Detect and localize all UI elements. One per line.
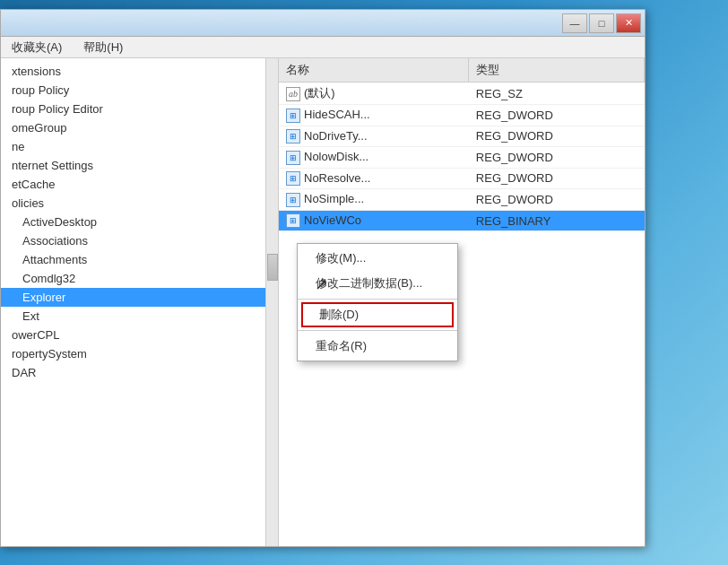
tree-item-dar[interactable]: DAR <box>1 363 265 382</box>
dword-icon: ⊞ <box>286 129 300 143</box>
tree-item-ne[interactable]: ne <box>1 137 265 156</box>
reg-name-cell: ab(默认) <box>279 83 469 105</box>
tree-item-propertysystem[interactable]: ropertySystem <box>1 344 265 363</box>
menu-bar: 收藏夹(A) 帮助(H) <box>1 37 645 58</box>
close-button[interactable]: ✕ <box>616 13 641 33</box>
ab-icon: ab <box>286 87 300 101</box>
tree-item-internet-settings[interactable]: nternet Settings <box>1 156 265 175</box>
table-row[interactable]: ⊞NolowDisk...REG_DWORD <box>279 147 645 169</box>
reg-name-cell: ⊞NolowDisk... <box>279 147 469 169</box>
table-row[interactable]: ⊞NoVieWCoREG_BINARY <box>279 210 645 231</box>
reg-name-text: NoVieWCo <box>304 213 361 227</box>
dword-icon: ⊞ <box>286 151 300 165</box>
context-menu-item-modify[interactable]: 修改(M)... <box>298 246 457 271</box>
tree-item-ext[interactable]: Ext <box>1 307 265 326</box>
reg-name-text: NolowDisk... <box>304 150 368 163</box>
tree-view: xtensions roup Policy roup Policy Editor… <box>1 58 278 546</box>
reg-type-cell: REG_DWORD <box>469 189 645 211</box>
left-scrollbar[interactable] <box>265 58 278 546</box>
tree-item-extensions[interactable]: xtensions <box>1 62 265 81</box>
reg-name-cell: ⊞NoVieWCo <box>279 210 469 231</box>
left-panel: xtensions roup Policy roup Policy Editor… <box>1 58 279 546</box>
tree-item-comdlg32[interactable]: Comdlg32 <box>1 269 265 288</box>
reg-name-text: NoResolve... <box>304 171 370 185</box>
table-row[interactable]: ⊞NoResolve...REG_DWORD <box>279 168 645 189</box>
tree-item-group-policy-editor[interactable]: roup Policy Editor <box>1 100 265 118</box>
table-row[interactable]: ⊞NoSimple...REG_DWORD <box>279 189 645 211</box>
tree-item-policies[interactable]: olicies <box>1 194 265 213</box>
context-menu-item-rename[interactable]: 重命名(R) <box>298 334 457 359</box>
reg-type-cell: REG_DWORD <box>469 147 645 169</box>
reg-name-cell: ⊞NoSimple... <box>279 189 469 211</box>
context-menu: 修改(M)... 修改二进制数据(B)... 删除(D) 重命名(R) <box>297 243 458 361</box>
reg-type-cell: REG_SZ <box>469 83 645 105</box>
context-menu-separator-2 <box>298 330 457 331</box>
tree-item-etcache[interactable]: etCache <box>1 175 265 194</box>
reg-type-cell: REG_DWORD <box>469 105 645 126</box>
reg-name-text: (默认) <box>304 86 335 100</box>
tree-item-homegroup[interactable]: omeGroup <box>1 118 265 137</box>
col-header-name[interactable]: 名称 <box>279 58 469 83</box>
reg-name-cell: ⊞NoResolve... <box>279 168 469 189</box>
col-header-type[interactable]: 类型 <box>469 58 645 83</box>
table-row[interactable]: ab(默认)REG_SZ <box>279 83 645 105</box>
tree-item-powercpl[interactable]: owerCPL <box>1 326 265 344</box>
registry-editor-window: — □ ✕ 收藏夹(A) 帮助(H) xtensions roup Policy… <box>0 9 646 547</box>
left-scrollbar-thumb[interactable] <box>267 254 278 281</box>
dword-icon: ⊞ <box>286 109 300 123</box>
reg-name-text: NoDriveTy... <box>304 129 368 143</box>
context-menu-item-modify-binary[interactable]: 修改二进制数据(B)... <box>298 271 457 296</box>
reg-type-cell: REG_BINARY <box>469 210 645 231</box>
reg-type-cell: REG_DWORD <box>469 168 645 189</box>
dword-icon: ⊞ <box>286 171 300 186</box>
reg-type-cell: REG_DWORD <box>469 126 645 147</box>
dword-icon: ⊞ <box>286 193 300 207</box>
tree-item-attachments[interactable]: Attachments <box>1 250 265 269</box>
tree-item-activedesktop[interactable]: ActiveDesktop <box>1 213 265 231</box>
menu-favorites[interactable]: 收藏夹(A) <box>4 38 69 57</box>
menu-help[interactable]: 帮助(H) <box>76 38 130 57</box>
minimize-button[interactable]: — <box>562 13 587 33</box>
title-bar-buttons: — □ ✕ <box>562 13 641 33</box>
title-bar: — □ ✕ <box>1 10 645 37</box>
table-row[interactable]: ⊞HideSCAH...REG_DWORD <box>279 105 645 126</box>
tree-item-associations[interactable]: Associations <box>1 231 265 250</box>
reg-name-text: HideSCAH... <box>304 108 370 121</box>
table-row[interactable]: ⊞NoDriveTy...REG_DWORD <box>279 126 645 147</box>
context-menu-separator <box>298 299 457 300</box>
dword-icon: ⊞ <box>286 213 300 228</box>
tree-item-group-policy[interactable]: roup Policy <box>1 81 265 100</box>
registry-table: 名称 类型 ab(默认)REG_SZ⊞HideSCAH...REG_DWORD⊞… <box>279 58 645 231</box>
tree-item-explorer[interactable]: Explorer <box>1 288 265 307</box>
reg-name-cell: ⊞NoDriveTy... <box>279 126 469 147</box>
reg-name-text: NoSimple... <box>304 192 364 205</box>
context-menu-item-delete[interactable]: 删除(D) <box>301 302 454 327</box>
reg-name-cell: ⊞HideSCAH... <box>279 105 469 126</box>
maximize-button[interactable]: □ <box>589 13 614 33</box>
